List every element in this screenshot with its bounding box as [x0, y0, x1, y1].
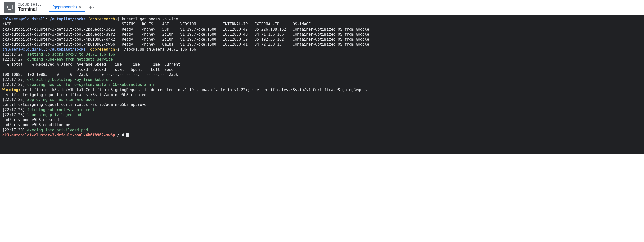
log-message: dumping kube-env from metadata service — [27, 57, 112, 62]
output-line: pod/priv-pod-e5b8 created — [2, 118, 59, 122]
prompt-path: ~/autopilot/socks — [48, 47, 86, 52]
table-row: gk3-autopilot-cluster-3-default-pool-2ba… — [2, 27, 369, 32]
new-tab-button[interactable]: + ▾ — [87, 3, 98, 12]
table-row: gk3-autopilot-cluster-3-default-pool-4b6… — [2, 42, 369, 46]
title-small: CLOUD SHELL — [18, 3, 41, 6]
root-prompt-host: gk3-autopilot-cluster-3-default-pool-4b6… — [2, 133, 115, 137]
log-timestamp: [22:17:30] — [2, 128, 25, 132]
tab-label: (gcpresearch) — [52, 5, 77, 9]
root-prompt-symbol: / # — [115, 133, 126, 137]
terminal-output[interactable]: amlweems@cloudshell:~/autopilot/socks (g… — [0, 15, 644, 154]
curl-header: Dload Upload Total Spent Left Speed — [2, 67, 176, 72]
svg-rect-0 — [6, 5, 13, 9]
plus-icon: + — [89, 5, 92, 10]
curl-header: % Total % Received % Xferd Average Speed… — [2, 62, 180, 67]
output-line: certificatesigningrequest.certificates.k… — [2, 103, 149, 107]
output-line: certificatesigningrequest.certificates.k… — [2, 93, 146, 97]
prompt-path: ~/autopilot/socks — [48, 17, 86, 21]
log-message: launching privileged pod — [27, 113, 81, 117]
log-message: creating new csr for O=system:masters CN… — [27, 82, 156, 87]
log-timestamp: [22:17:27] — [2, 52, 25, 57]
log-timestamp: [22:17:27] — [2, 77, 25, 82]
log-timestamp: [22:17:28] — [2, 108, 25, 112]
prompt-context: (gcpresearch) — [88, 17, 117, 21]
svg-rect-2 — [8, 9, 11, 10]
table-header-row: NAME STATUS ROLES AGE VERSION INTERNAL-I… — [2, 22, 311, 26]
header-bar: CLOUD SHELL Terminal (gcpresearch) × + ▾ — [0, 0, 644, 15]
tab-gcpresearch[interactable]: (gcpresearch) × — [49, 3, 84, 12]
prompt-user: amlweems@cloudshell — [2, 17, 45, 21]
log-message: approving csr as standard user — [27, 98, 95, 102]
output-line: pod/priv-pod-e5b8 condition met — [2, 122, 72, 127]
chevron-down-icon: ▾ — [93, 6, 95, 9]
log-message: extracting bootstrap key from kube-env — [27, 77, 112, 82]
warning-label: Warning: — [2, 88, 20, 92]
cloud-shell-icon — [4, 2, 15, 13]
warning-message: certificates.k8s.io/v1beta1 CertificateS… — [20, 88, 369, 92]
title-block: CLOUD SHELL Terminal — [18, 3, 41, 12]
log-message: setting up socks proxy to 34.71.136.166 — [27, 52, 115, 57]
log-timestamp: [22:17:27] — [2, 82, 25, 87]
title-large: Terminal — [18, 6, 41, 12]
table-row: gk3-autopilot-cluster-3-default-pool-4b6… — [2, 37, 369, 41]
table-row: gk3-autopilot-cluster-3-default-pool-2ba… — [2, 32, 369, 37]
terminal-cursor — [126, 133, 128, 137]
curl-progress: 100 10885 100 10885 0 0 236k 0 --:--:-- … — [2, 72, 178, 77]
prompt-context: (gcpresearch) — [88, 47, 117, 52]
command-text: ./socks.sh amlweems 34.71.136.166 — [122, 47, 196, 52]
log-message: fetching kubernetes-admin cert — [27, 108, 95, 112]
command-text: kubectl get nodes -o wide — [122, 17, 178, 21]
prompt-user: amlweems@cloudshell — [2, 47, 45, 52]
close-icon[interactable]: × — [79, 5, 82, 9]
tabs-container: (gcpresearch) × + ▾ — [49, 3, 97, 12]
log-timestamp: [22:17:27] — [2, 57, 25, 62]
log-timestamp: [22:17:28] — [2, 113, 25, 117]
log-timestamp: [22:17:28] — [2, 98, 25, 102]
log-message: execing into privileged pod — [27, 128, 88, 132]
